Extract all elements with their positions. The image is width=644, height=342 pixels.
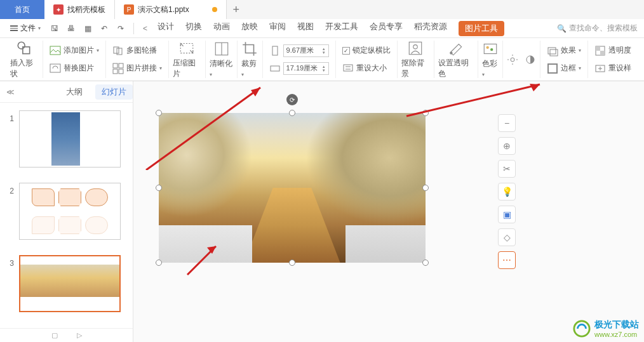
float-collapse-button[interactable]: − bbox=[498, 114, 516, 132]
print-icon[interactable]: 🖶 bbox=[65, 22, 77, 35]
clarify-icon bbox=[213, 41, 230, 57]
add-slide-icon[interactable]: ▢ bbox=[51, 331, 58, 339]
reset-style-button[interactable]: 重设样 bbox=[592, 62, 634, 76]
svg-rect-33 bbox=[600, 51, 605, 55]
effects-button[interactable]: 效果▾ bbox=[544, 44, 584, 58]
border-button[interactable]: 边框▾ bbox=[544, 62, 584, 76]
tab-home[interactable]: 首页 bbox=[0, 0, 44, 19]
menu-tab-view[interactable]: 视图 bbox=[297, 21, 314, 36]
docer-icon: ✦ bbox=[53, 4, 64, 15]
float-erase-button[interactable]: ◇ bbox=[498, 228, 516, 246]
menu-tab-picture-tools[interactable]: 图片工具 bbox=[459, 21, 504, 36]
transparency-button[interactable]: 透明度 bbox=[592, 44, 634, 58]
save-icon[interactable]: 🖫 bbox=[48, 22, 61, 35]
resize-handle-n[interactable] bbox=[289, 110, 295, 116]
lock-ratio-checkbox[interactable]: ✓ 锁定纵横比 bbox=[340, 44, 393, 57]
brightness-icon bbox=[507, 54, 518, 65]
resize-handle-se[interactable] bbox=[422, 260, 429, 266]
svg-rect-28 bbox=[548, 48, 556, 54]
spinner-icon[interactable]: ▲▼ bbox=[322, 47, 326, 55]
checkbox-checked-icon: ✓ bbox=[342, 47, 350, 55]
svg-point-22 bbox=[511, 58, 514, 62]
panel-tab-slides[interactable]: 幻灯片 bbox=[95, 84, 133, 100]
spinner-icon[interactable]: ▲▼ bbox=[322, 65, 326, 72]
panel-collapse-icon[interactable]: ≪ bbox=[6, 88, 15, 96]
reset-size-button[interactable]: 重设大小 bbox=[340, 61, 389, 75]
canvas-area[interactable]: ⟳ − ⊕ ✂ 💡 ▣ ◇ ⋯ bbox=[133, 81, 644, 342]
selected-image[interactable]: ⟳ bbox=[159, 113, 426, 263]
set-transparent-button[interactable]: 设置透明色 bbox=[438, 40, 474, 79]
carousel-icon bbox=[112, 45, 124, 56]
slide-thumbnail-3[interactable]: 3 bbox=[5, 255, 128, 312]
svg-rect-14 bbox=[271, 66, 279, 71]
command-search[interactable]: 🔍 查找命令、搜索模板 bbox=[557, 23, 638, 34]
svg-point-18 bbox=[450, 51, 452, 54]
tab-document[interactable]: P 演示文稿1.pptx bbox=[115, 0, 227, 19]
play-icon[interactable]: ▷ bbox=[77, 331, 82, 339]
compress-icon bbox=[178, 40, 195, 56]
height-icon bbox=[269, 45, 281, 56]
menu-tab-dev[interactable]: 开发工具 bbox=[325, 21, 358, 36]
menu-tab-review[interactable]: 审阅 bbox=[269, 21, 286, 36]
image-stitch-button[interactable]: 图片拼接▾ bbox=[110, 62, 164, 76]
menu-tab-animation[interactable]: 动画 bbox=[213, 21, 230, 36]
add-image-button[interactable]: 添加图片▾ bbox=[47, 44, 102, 58]
svg-rect-32 bbox=[596, 46, 600, 51]
shapes-icon bbox=[16, 40, 32, 56]
float-layout-button[interactable]: ▣ bbox=[498, 206, 516, 223]
insert-shape-button[interactable]: 插入形状 bbox=[10, 40, 39, 79]
clarify-button[interactable]: 清晰化▾ bbox=[210, 41, 233, 78]
chevron-down-icon: ▾ bbox=[38, 25, 41, 31]
resize-handle-nw[interactable] bbox=[156, 110, 162, 116]
slide-thumbnail-2[interactable]: 2 bbox=[5, 183, 128, 240]
compress-button[interactable]: 压缩图片 bbox=[173, 40, 201, 79]
resize-handle-e[interactable] bbox=[422, 185, 429, 191]
border-icon bbox=[547, 63, 558, 74]
tab-docer[interactable]: ✦ 找稻壳模板 bbox=[44, 0, 115, 19]
image-icon bbox=[50, 45, 61, 56]
file-menu-button[interactable]: 文件 ▾ bbox=[6, 22, 44, 35]
menu-tab-member[interactable]: 会员专享 bbox=[370, 21, 403, 36]
color-icon bbox=[482, 41, 499, 57]
remove-bg-button[interactable]: 抠除背景 bbox=[401, 40, 430, 79]
float-zoom-button[interactable]: ⊕ bbox=[498, 137, 516, 155]
slide-thumbnail-1[interactable]: 1 bbox=[5, 110, 128, 168]
panel-tab-outline[interactable]: 大纲 bbox=[66, 86, 83, 98]
menu-tab-transition[interactable]: 切换 bbox=[185, 21, 202, 36]
svg-point-17 bbox=[413, 44, 418, 49]
preview-icon[interactable]: ▦ bbox=[81, 22, 94, 35]
multi-rotate-button[interactable]: 多图轮播 bbox=[110, 44, 159, 58]
svg-rect-8 bbox=[113, 69, 117, 74]
svg-rect-6 bbox=[113, 63, 117, 68]
color-button[interactable]: 色彩▾ bbox=[482, 41, 499, 78]
workspace: ≪ 大纲 幻灯片 1 2 3 ▢ ▷ bbox=[0, 81, 644, 342]
contrast-icon bbox=[525, 54, 536, 65]
tab-add-button[interactable]: + bbox=[227, 3, 246, 16]
height-input[interactable]: 9.67厘米▲▼ bbox=[283, 44, 329, 57]
undo-icon[interactable]: ↶ bbox=[98, 22, 111, 35]
resize-handle-ne[interactable] bbox=[422, 110, 429, 116]
float-idea-button[interactable]: 💡 bbox=[498, 183, 516, 201]
replace-image-button[interactable]: 替换图片 bbox=[47, 62, 97, 76]
ribbon-toolbar: 插入形状 添加图片▾ 替换图片 多图轮播 图片拼接▾ 压缩图片 清晰化▾ bbox=[0, 38, 644, 81]
resize-handle-sw[interactable] bbox=[156, 260, 162, 266]
crop-icon bbox=[241, 41, 258, 57]
svg-point-0 bbox=[18, 42, 25, 49]
svg-rect-29 bbox=[550, 49, 558, 56]
crop-button[interactable]: 裁剪▾ bbox=[241, 41, 258, 78]
menu-tab-docer[interactable]: 稻壳资源 bbox=[414, 21, 447, 36]
rotate-handle[interactable]: ⟳ bbox=[286, 94, 298, 105]
float-crop-button[interactable]: ✂ bbox=[498, 160, 516, 178]
float-more-button[interactable]: ⋯ bbox=[498, 251, 516, 269]
chevron-left-icon[interactable]: < bbox=[140, 24, 150, 33]
menu-tab-slideshow[interactable]: 放映 bbox=[241, 21, 258, 36]
width-input[interactable]: 17.19厘米▲▼ bbox=[283, 62, 329, 75]
svg-rect-19 bbox=[484, 44, 497, 53]
resize-handle-s[interactable] bbox=[289, 260, 295, 266]
svg-marker-38 bbox=[530, 84, 540, 91]
resize-handle-w[interactable] bbox=[156, 185, 162, 191]
redo-icon[interactable]: ↷ bbox=[114, 22, 127, 35]
menu-tab-design[interactable]: 设计 bbox=[158, 21, 174, 36]
brightness-button[interactable] bbox=[507, 54, 518, 65]
contrast-button[interactable] bbox=[525, 54, 536, 65]
